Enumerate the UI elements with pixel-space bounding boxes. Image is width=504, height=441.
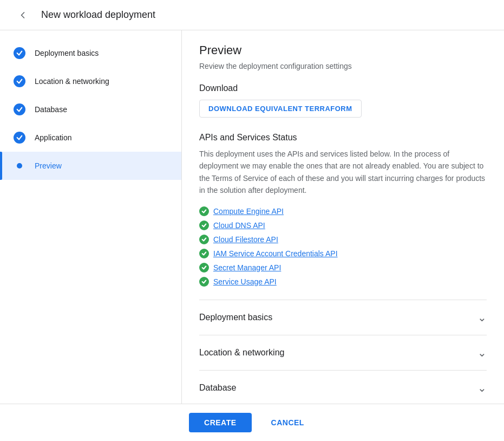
collapsible-header-deployment-basics[interactable]: Deployment basics ⌄ — [199, 300, 487, 335]
check-icon-location — [13, 75, 26, 88]
api-link-1[interactable]: Cloud DNS API — [213, 221, 265, 230]
sidebar-label-database: Database — [35, 105, 67, 114]
create-button[interactable]: CREATE — [189, 413, 252, 432]
sidebar-label-preview: Preview — [35, 161, 62, 170]
sidebar-item-database[interactable]: Database — [0, 95, 181, 124]
list-item: Cloud Filestore API — [199, 235, 487, 244]
sidebar-label-location-networking: Location & networking — [35, 77, 109, 86]
collapsible-location-networking: Location & networking ⌄ — [199, 335, 487, 370]
collapsible-title-deployment-basics: Deployment basics — [199, 313, 272, 322]
chevron-down-icon-database: ⌄ — [477, 381, 487, 394]
api-list: Compute Engine API Cloud DNS API Cloud F… — [199, 206, 487, 287]
collapsible-title-location-networking: Location & networking — [199, 348, 284, 358]
collapsible-database: Database ⌄ — [199, 370, 487, 404]
chevron-down-icon-location-networking: ⌄ — [477, 346, 487, 359]
download-heading: Download — [199, 83, 487, 93]
api-check-icon-4 — [199, 263, 209, 273]
sidebar-item-application[interactable]: Application — [0, 124, 181, 152]
list-item: Compute Engine API — [199, 206, 487, 216]
apis-description: This deployment uses the APIs and servic… — [199, 148, 487, 197]
sidebar: Deployment basics Location & networking … — [0, 30, 182, 404]
dot-icon-preview — [13, 159, 26, 172]
sidebar-item-deployment-basics[interactable]: Deployment basics — [0, 39, 181, 67]
api-link-4[interactable]: Secret Manager API — [213, 263, 281, 272]
collapsible-title-database: Database — [199, 383, 237, 393]
download-terraform-button[interactable]: DOWNLOAD EQUIVALENT TERRAFORM — [199, 100, 362, 118]
chevron-down-icon-deployment-basics: ⌄ — [477, 311, 487, 324]
main-layout: Deployment basics Location & networking … — [0, 30, 504, 404]
api-link-5[interactable]: Service Usage API — [213, 277, 277, 286]
list-item: Cloud DNS API — [199, 220, 487, 230]
page-title: New workload deployment — [41, 9, 155, 21]
collapsible-deployment-basics: Deployment basics ⌄ — [199, 300, 487, 335]
api-link-0[interactable]: Compute Engine API — [213, 207, 284, 216]
api-check-icon-5 — [199, 277, 209, 287]
collapsible-header-database[interactable]: Database ⌄ — [199, 371, 487, 404]
check-icon-database — [13, 103, 26, 116]
sidebar-label-application: Application — [35, 133, 72, 142]
api-check-icon-0 — [199, 206, 209, 216]
api-link-2[interactable]: Cloud Filestore API — [213, 235, 278, 244]
list-item: IAM Service Account Credentials API — [199, 249, 487, 258]
sidebar-label-deployment-basics: Deployment basics — [35, 49, 99, 57]
list-item: Service Usage API — [199, 277, 487, 287]
content-area: Preview Review the deployment configurat… — [182, 30, 504, 404]
collapsible-header-location-networking[interactable]: Location & networking ⌄ — [199, 335, 487, 370]
back-button[interactable] — [13, 5, 32, 25]
apis-heading: APIs and Services Status — [199, 133, 487, 142]
api-check-icon-1 — [199, 220, 209, 230]
cancel-button[interactable]: CANCEL — [260, 413, 315, 432]
check-icon-application — [13, 131, 26, 144]
preview-subtitle: Review the deployment configuration sett… — [199, 62, 487, 70]
list-item: Secret Manager API — [199, 263, 487, 273]
sidebar-item-location-networking[interactable]: Location & networking — [0, 67, 181, 95]
api-check-icon-3 — [199, 249, 209, 258]
footer: CREATE CANCEL — [0, 404, 504, 441]
check-icon-deployment — [13, 47, 26, 60]
header: New workload deployment — [0, 0, 504, 30]
preview-title: Preview — [199, 43, 487, 57]
sidebar-item-preview[interactable]: Preview — [0, 152, 181, 180]
api-link-3[interactable]: IAM Service Account Credentials API — [213, 249, 338, 258]
api-check-icon-2 — [199, 235, 209, 244]
